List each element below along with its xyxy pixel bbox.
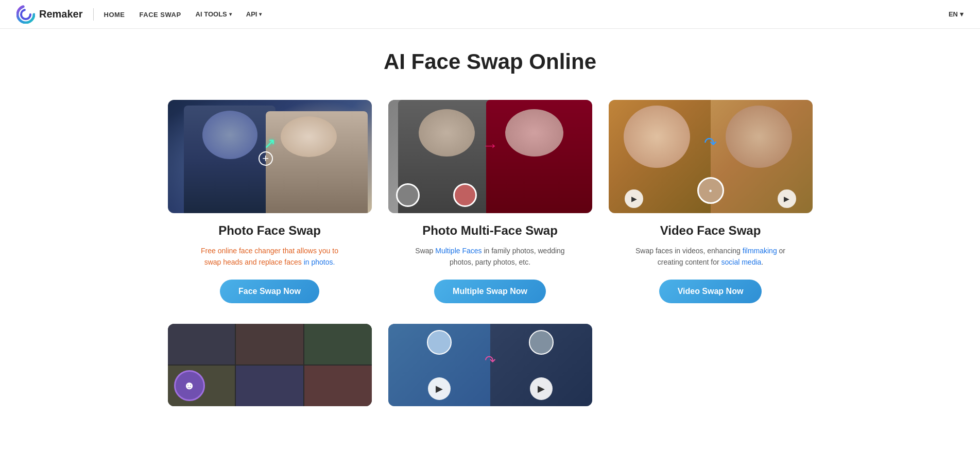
card-video-face-swap: ● ↷ ▶ ▶ Video Face Swap Swap faces in vi… xyxy=(609,100,813,303)
pink-arrow-icon: ↷ xyxy=(485,353,496,369)
face-circle-top-left xyxy=(427,330,452,355)
grid-cell-2 xyxy=(236,324,303,364)
card-title-photo-face-swap: Photo Face Swap xyxy=(218,223,321,238)
swap-arrow-icon: ↗ xyxy=(264,134,276,151)
dropdown-arrow-icon-2: ▾ xyxy=(259,11,262,17)
nav-links: HOME FACE SWAP AI TOOLS ▾ API ▾ xyxy=(104,10,262,19)
multi-photo-collage: ☻ xyxy=(168,324,372,406)
multiple-swap-now-button[interactable]: Multiple Swap Now xyxy=(434,280,546,303)
desc-video-highlight-1: filmmaking xyxy=(743,247,777,255)
blue-curve-arrow-icon: ↷ xyxy=(704,134,717,152)
cards-grid-bottom: ☻ ▶ ▶ ↷ xyxy=(168,324,813,416)
card-photo-face-swap: ↗ + Photo Face Swap Free online face cha… xyxy=(168,100,372,303)
card-image-multi-face-swap: → xyxy=(388,100,592,213)
figure-right xyxy=(266,111,368,213)
circle-overlay-bottom: ☻ xyxy=(174,370,205,401)
video-face-swap-image: ● ↷ ▶ ▶ xyxy=(609,100,813,213)
nav-ai-tools[interactable]: AI TOOLS ▾ xyxy=(196,10,232,18)
desc-video-highlight-2: social media xyxy=(721,258,762,266)
logo-link[interactable]: Remaker xyxy=(16,5,83,24)
lang-label: EN xyxy=(949,10,958,18)
navbar: Remaker HOME FACE SWAP AI TOOLS ▾ API ▾ … xyxy=(0,0,980,29)
photo-face-swap-image: ↗ + xyxy=(168,100,372,213)
play-icon-right: ▶ xyxy=(530,377,553,400)
face-icon: ☻ xyxy=(183,379,195,392)
desc-multi-highlight: Multiple Faces xyxy=(435,247,482,255)
grid-cell-6 xyxy=(304,366,372,406)
card-title-multi-face-swap: Photo Multi-Face Swap xyxy=(422,223,558,238)
video-circle-overlay: ● xyxy=(697,177,724,204)
card-desc-photo-face-swap: Free online face changer that allows you… xyxy=(193,245,347,268)
svg-point-1 xyxy=(21,10,30,19)
video-swap-preview: ▶ ▶ ↷ xyxy=(388,324,592,406)
nav-divider xyxy=(93,8,94,21)
main-content: AI Face Swap Online ↗ + Photo Face Swap … xyxy=(156,29,825,447)
page-title: AI Face Swap Online xyxy=(168,49,813,74)
nav-home[interactable]: HOME xyxy=(104,11,125,19)
card-image-bottom-video: ▶ ▶ ↷ xyxy=(388,324,592,406)
play-icon-left: ▶ xyxy=(428,377,451,400)
desc-highlight-blue: in photos. xyxy=(304,258,335,266)
nav-face-swap[interactable]: FACE SWAP xyxy=(140,11,181,19)
multi-face-swap-image: → xyxy=(388,100,592,213)
multi-arrow-icon: → xyxy=(482,136,498,155)
card-image-bottom-multi: ☻ xyxy=(168,324,372,406)
card-image-photo-face-swap: ↗ + xyxy=(168,100,372,213)
svg-point-0 xyxy=(18,6,34,23)
video-play-left-icon: ▶ xyxy=(625,189,643,208)
video-swap-now-button[interactable]: Video Swap Now xyxy=(659,280,762,303)
cards-grid-top: ↗ + Photo Face Swap Free online face cha… xyxy=(168,100,813,303)
video-play-right-icon: ▶ xyxy=(778,189,796,208)
card-image-video-face-swap: ● ↷ ▶ ▶ xyxy=(609,100,813,213)
video-half-right xyxy=(711,100,813,213)
card-multi-face-swap: → Photo Multi-Face Swap Swap Multiple Fa… xyxy=(388,100,592,303)
card-bottom-video: ▶ ▶ ↷ xyxy=(388,324,592,416)
avatar-right xyxy=(453,183,477,207)
card-bottom-empty xyxy=(609,324,813,416)
lang-dropdown-icon: ▾ xyxy=(960,10,964,18)
avatar-left xyxy=(396,183,420,207)
multi-face-right xyxy=(486,100,592,213)
logo-icon xyxy=(16,5,35,24)
face-swap-now-button[interactable]: Face Swap Now xyxy=(220,280,319,303)
face-thumbnail: ● xyxy=(709,187,712,194)
dropdown-arrow-icon: ▾ xyxy=(229,11,232,17)
card-bottom-multi-photo: ☻ xyxy=(168,324,372,416)
grid-cell-1 xyxy=(168,324,235,364)
nav-lang[interactable]: EN ▾ xyxy=(949,10,964,18)
card-desc-video-face-swap: Swap faces in videos, enhancing filmmaki… xyxy=(633,245,788,268)
nav-api[interactable]: API ▾ xyxy=(246,10,262,18)
video-right-half: ▶ xyxy=(490,324,592,406)
card-title-video-face-swap: Video Face Swap xyxy=(660,223,761,238)
grid-cell-5 xyxy=(236,366,303,406)
grid-cell-3 xyxy=(304,324,372,364)
plus-icon: + xyxy=(259,151,273,166)
video-half-left xyxy=(609,100,711,213)
logo-text: Remaker xyxy=(39,8,83,20)
video-left-half: ▶ xyxy=(388,324,490,406)
card-desc-multi-face-swap: Swap Multiple Faces in family photos, we… xyxy=(413,245,568,268)
face-circle-top-right xyxy=(529,330,554,355)
